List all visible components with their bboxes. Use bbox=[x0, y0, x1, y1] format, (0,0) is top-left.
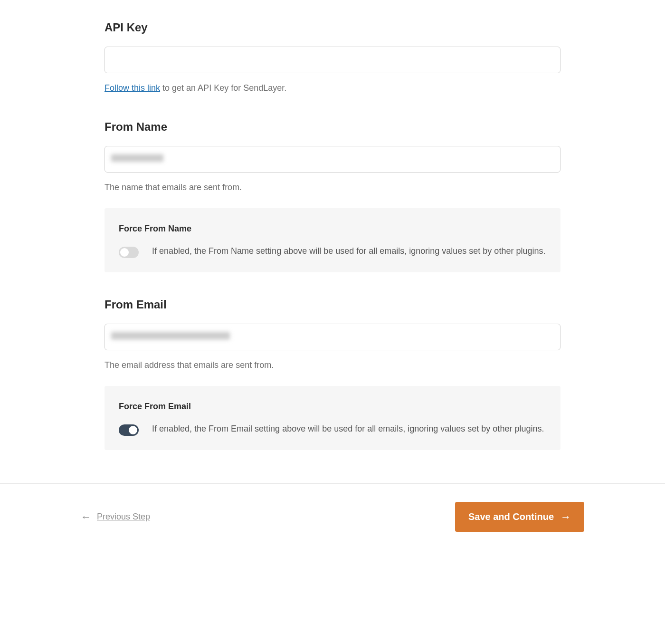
force-from-name-box: Force From Name If enabled, the From Nam… bbox=[104, 208, 560, 272]
from-email-section: From Email The email address that emails… bbox=[104, 296, 560, 450]
force-from-email-desc: If enabled, the From Email setting above… bbox=[152, 423, 544, 436]
toggle-knob bbox=[129, 426, 137, 434]
force-from-name-desc: If enabled, the From Name setting above … bbox=[152, 245, 545, 258]
from-name-label: From Name bbox=[104, 118, 560, 135]
api-key-section: API Key Follow this link to get an API K… bbox=[104, 19, 560, 95]
from-name-input[interactable] bbox=[104, 146, 560, 173]
previous-step-label: Previous Step bbox=[97, 510, 150, 523]
from-email-label: From Email bbox=[104, 296, 560, 313]
footer: ← Previous Step Save and Continue → bbox=[66, 484, 598, 551]
from-name-help: The name that emails are sent from. bbox=[104, 181, 560, 194]
from-email-input[interactable] bbox=[104, 324, 560, 350]
api-key-help: Follow this link to get an API Key for S… bbox=[104, 82, 560, 95]
force-from-name-title: Force From Name bbox=[119, 222, 546, 235]
api-key-input[interactable] bbox=[104, 47, 560, 73]
toggle-knob bbox=[120, 248, 129, 257]
force-from-email-box: Force From Email If enabled, the From Em… bbox=[104, 386, 560, 450]
api-key-help-text: to get an API Key for SendLayer. bbox=[160, 83, 286, 93]
from-email-help: The email address that emails are sent f… bbox=[104, 359, 560, 372]
api-key-link[interactable]: Follow this link bbox=[104, 83, 160, 93]
save-continue-button[interactable]: Save and Continue → bbox=[455, 502, 584, 532]
save-continue-label: Save and Continue bbox=[468, 511, 554, 522]
previous-step-link[interactable]: ← Previous Step bbox=[81, 510, 150, 523]
arrow-left-icon: ← bbox=[81, 512, 91, 522]
from-name-section: From Name The name that emails are sent … bbox=[104, 118, 560, 272]
force-from-name-toggle[interactable] bbox=[119, 247, 139, 258]
api-key-label: API Key bbox=[104, 19, 560, 36]
force-from-email-toggle[interactable] bbox=[119, 424, 139, 436]
arrow-right-icon: → bbox=[560, 512, 571, 522]
force-from-email-title: Force From Email bbox=[119, 400, 546, 413]
